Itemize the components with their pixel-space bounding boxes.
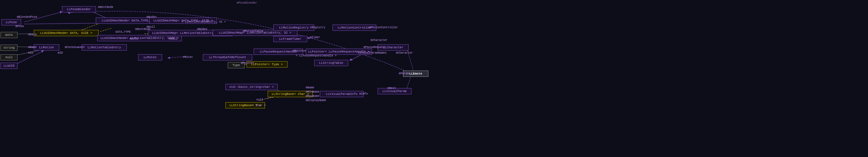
node-LLPoseBlender[interactable]: LLPoseBlender bbox=[62, 6, 96, 12]
node-LLMotion[interactable]: LLMotion bbox=[34, 44, 59, 51]
node-LLStringBase-T[interactable]: LLStringBase< T > bbox=[225, 102, 265, 108]
node-LLPointer-Type[interactable]: LLPointer< Type > bbox=[247, 61, 287, 68]
node-Type[interactable]: Type bbox=[228, 62, 245, 68]
svg-marker-1 bbox=[60, 11, 62, 14]
node-LLUUID[interactable]: LLUUID bbox=[1, 63, 18, 69]
svg-marker-8 bbox=[168, 57, 170, 59]
node-LLVisualParam[interactable]: LLVisualParam bbox=[378, 88, 411, 94]
node-LLVisualParamInfo[interactable]: LLVisualParamInfo bbox=[320, 91, 364, 97]
node-LLStringBase-char[interactable]: LLStringBase< char > bbox=[268, 91, 313, 97]
node-LLMotionController[interactable]: LLMotionController bbox=[333, 25, 376, 31]
label-mBlendedPose: mBlendedPose bbox=[17, 16, 37, 19]
node-std-basic-string[interactable]: std::basic_string<char > bbox=[225, 84, 278, 90]
label-mID2: mID bbox=[58, 51, 63, 54]
svg-marker-11 bbox=[307, 37, 309, 39]
node-DATA[interactable]: DATA bbox=[1, 32, 18, 38]
node-LLFrameTimer[interactable]: LLFrameTimer bbox=[273, 36, 307, 42]
label-mID1: mID bbox=[28, 51, 33, 54]
label-mDisplayName: mDisplayName bbox=[306, 99, 326, 102]
node-string[interactable]: string bbox=[1, 45, 18, 51]
svg-marker-15 bbox=[349, 58, 353, 61]
node-null[interactable]: null bbox=[1, 54, 18, 60]
label-mPoseBlender: mPoseBlender bbox=[237, 1, 257, 4]
label-mNextNode: mNextNode bbox=[98, 6, 113, 9]
node-LLEmote[interactable]: LLEmote bbox=[403, 71, 428, 77]
node-LLPointer-LLPauseRequestHandle[interactable]: LLPointer< LLPauseRequestHandle > bbox=[306, 49, 372, 55]
node-LLMotionTableEntry[interactable]: LLMotionTableEntry bbox=[82, 44, 127, 51]
diagram-container: LLPose LLPoseBlender LLUUIDHashNode< DAT… bbox=[0, 0, 868, 157]
label-DATA-TYPE: DATA_TYPE bbox=[116, 30, 131, 34]
label-mTimer: mTimer bbox=[310, 36, 320, 39]
label-sMutex: sMutex bbox=[183, 56, 193, 59]
node-LLMotionRegistry[interactable]: LLMotionRegistry bbox=[273, 25, 314, 31]
label-mNull1: mNull bbox=[147, 25, 155, 28]
node-LLUUIDHashNode-DATA[interactable]: LLUUIDHashNode< DATA, SIZE > bbox=[34, 30, 99, 36]
node-LLUUIDHashMap-DATA-TYPE-SIZE[interactable]: LLUUIDHashMap< DATA_TYPE, SIZE > bbox=[149, 18, 217, 24]
label-mNameGroup1: mName bbox=[306, 86, 314, 89]
node-LLCharacter[interactable]: LLCharacter bbox=[378, 44, 409, 51]
label-null2: null bbox=[256, 98, 263, 101]
label-mCharacter2: mCharacter bbox=[396, 51, 413, 54]
label-mCharacter1: mCharacter bbox=[371, 39, 388, 42]
node-LLStringTable[interactable]: LLStringTable bbox=[314, 60, 348, 66]
node-LLPauseRequestHandle[interactable]: LLPauseRequestHandle bbox=[254, 49, 303, 55]
node-LLPose[interactable]: LLPose bbox=[1, 19, 21, 25]
node-LLMutex[interactable]: LLMutex bbox=[138, 54, 162, 60]
node-LLThreadSafeRefCount[interactable]: LLThreadSafeRefCount bbox=[203, 54, 252, 60]
